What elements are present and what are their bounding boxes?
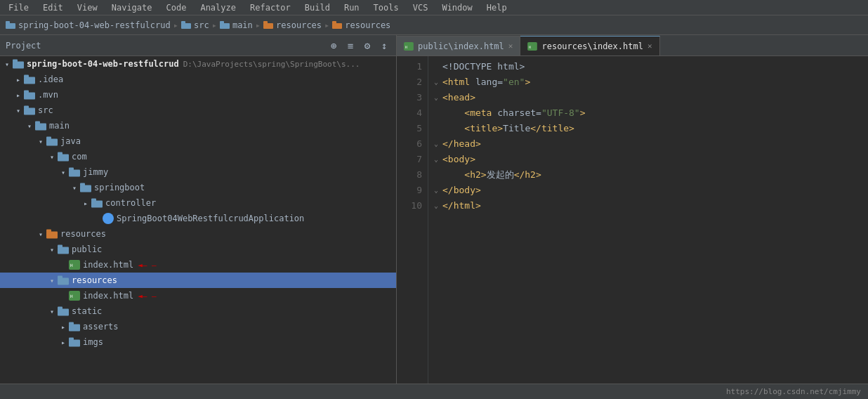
body-close: </body> <box>442 183 481 198</box>
settings-icon[interactable]: ⚙ <box>361 39 374 52</box>
editor-area: H public\index.html ✕ H resources\index.… <box>397 35 868 384</box>
static-folder-icon <box>58 306 69 316</box>
mvn-arrow <box>13 89 24 100</box>
tab-public-index[interactable]: H public\index.html ✕ <box>397 36 520 55</box>
svg-rect-4 <box>220 23 230 29</box>
fold-1 <box>434 59 442 74</box>
menu-edit[interactable]: Edit <box>40 1 66 14</box>
code-area[interactable]: <!DOCTYPE html> ⌄ <html lang= "en" > ⌄ <… <box>428 56 868 384</box>
breadcrumb-src[interactable]: src <box>181 20 209 30</box>
public-index-arrow-annotation: ◄— — <box>138 261 157 270</box>
svg-rect-12 <box>24 77 35 84</box>
menu-help[interactable]: Help <box>484 1 510 14</box>
svg-rect-26 <box>80 185 91 192</box>
tree-root[interactable]: spring-boot-04-web-restfulcrud D:\JavaPr… <box>0 56 396 72</box>
menu-navigate[interactable]: Navigate <box>109 1 155 14</box>
menu-file[interactable]: File <box>6 1 32 14</box>
application-icon <box>103 213 114 224</box>
imgs-arrow <box>58 336 69 348</box>
menu-refactor[interactable]: Refactor <box>247 1 294 14</box>
tab-public-close[interactable]: ✕ <box>508 41 513 51</box>
head-open: <head> <box>442 90 475 105</box>
breadcrumb-sep-1: ▸ <box>173 20 178 30</box>
fold-8 <box>434 167 442 183</box>
src-label: src <box>38 105 53 115</box>
sync-icon[interactable]: ⊕ <box>327 39 340 52</box>
tree-controller[interactable]: controller <box>0 195 396 211</box>
public-folder-icon <box>58 244 69 254</box>
collapse-icon[interactable]: ≡ <box>344 39 357 52</box>
breadcrumb-resources-1[interactable]: resources <box>263 20 322 30</box>
springboot-arrow <box>69 182 80 193</box>
expand-icon[interactable]: ↕ <box>378 39 390 52</box>
svg-rect-36 <box>58 278 69 285</box>
tree-asserts[interactable]: asserts <box>0 319 396 334</box>
svg-rect-21 <box>46 137 51 140</box>
svg-rect-43 <box>69 322 74 325</box>
tree-static[interactable]: static <box>0 303 396 319</box>
root-arrow <box>1 58 13 70</box>
menu-build[interactable]: Build <box>302 1 333 14</box>
svg-rect-44 <box>69 340 80 347</box>
tree-resources-main[interactable]: resources <box>0 226 396 242</box>
menu-tools[interactable]: Tools <box>371 1 402 14</box>
tab-resources-icon: H <box>527 42 537 51</box>
meta-close: > <box>580 105 586 121</box>
menu-code[interactable]: Code <box>164 1 190 14</box>
tree-imgs[interactable]: imgs <box>0 334 396 350</box>
tree-main[interactable]: main <box>0 118 396 133</box>
svg-rect-37 <box>58 276 63 279</box>
menu-analyze[interactable]: Analyze <box>197 1 239 14</box>
breadcrumb-project[interactable]: spring-boot-04-web-restfulcrud <box>6 20 171 30</box>
indent-8 <box>442 167 464 183</box>
static-arrow <box>46 306 58 317</box>
java-arrow <box>35 136 46 147</box>
sidebar-tree: spring-boot-04-web-restfulcrud D:\JavaPr… <box>0 56 396 384</box>
code-line-3: ⌄ <head> <box>434 90 862 105</box>
menu-vcs[interactable]: VCS <box>410 1 431 14</box>
title-text: Title <box>503 121 530 136</box>
tree-springboot[interactable]: springboot <box>0 180 396 195</box>
html-close: </html> <box>442 198 481 214</box>
svg-rect-3 <box>181 21 185 24</box>
tree-src[interactable]: src <box>0 103 396 118</box>
tree-application[interactable]: SpringBoot04WebRestfulcrudApplication <box>0 211 396 226</box>
fold-7: ⌄ <box>434 152 442 167</box>
tree-jimmy[interactable]: jimmy <box>0 164 396 180</box>
tab-resources-close[interactable]: ✕ <box>647 41 652 51</box>
tree-resources-index[interactable]: H index.html ◄— — <box>0 288 396 303</box>
svg-rect-9 <box>332 21 336 24</box>
fold-3: ⌄ <box>434 90 442 105</box>
tree-public-index[interactable]: H index.html ◄— — <box>0 257 396 273</box>
public-arrow <box>46 244 58 255</box>
breadcrumb-main[interactable]: main <box>220 20 253 30</box>
tree-com[interactable]: com <box>0 149 396 164</box>
menu-view[interactable]: View <box>74 1 100 14</box>
tree-java[interactable]: java <box>0 133 396 149</box>
svg-rect-14 <box>24 93 35 100</box>
editor-tabs: H public\index.html ✕ H resources\index.… <box>397 35 868 56</box>
code-line-6: ⌄ </head> <box>434 136 862 152</box>
src-folder-icon <box>24 105 35 115</box>
menu-run[interactable]: Run <box>341 1 362 14</box>
application-label: SpringBoot04WebRestfulcrudApplication <box>117 214 304 223</box>
code-line-7: ⌄ <body> <box>434 152 862 167</box>
resources-main-folder-icon <box>46 229 58 239</box>
tree-resources-selected[interactable]: resources <box>0 273 396 288</box>
springboot-label: springboot <box>94 183 145 192</box>
public-index-file-icon: H <box>69 260 80 270</box>
tab-resources-index[interactable]: H resources\index.html ✕ <box>520 36 659 55</box>
tree-idea[interactable]: .idea <box>0 72 396 87</box>
h2-close: </h2> <box>514 167 541 183</box>
menu-window[interactable]: Window <box>439 1 475 14</box>
tree-mvn[interactable]: .mvn <box>0 87 396 103</box>
svg-rect-28 <box>91 201 103 208</box>
asserts-folder-icon <box>69 322 80 332</box>
com-folder-icon <box>58 152 69 162</box>
svg-rect-30 <box>46 232 58 239</box>
resources-index-label: index.html <box>83 291 133 301</box>
tree-public[interactable]: public <box>0 242 396 257</box>
breadcrumb-resources-2[interactable]: resources <box>332 20 390 30</box>
svg-rect-32 <box>58 247 69 254</box>
svg-text:H: H <box>529 44 531 48</box>
